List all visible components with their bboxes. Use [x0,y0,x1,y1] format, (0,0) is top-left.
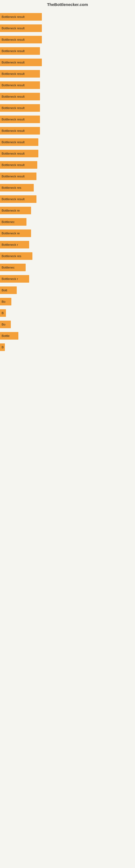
bar-row: Bottleneck result [0,80,135,91]
bar-row: Bottleneck result [0,114,135,125]
bottleneck-bar[interactable]: Bottleneck re [0,207,31,214]
bottleneck-bar[interactable]: Bottlenec [0,218,27,226]
bars-container: Bottleneck resultBottleneck resultBottle… [0,8,135,353]
bottleneck-bar[interactable]: B [0,343,5,351]
bottleneck-bar[interactable]: Bottlenec [0,264,26,271]
bottleneck-bar[interactable]: Bottleneck result [0,82,40,89]
bottleneck-bar[interactable]: Bottle [0,332,18,340]
bar-row: Bottleneck result [0,23,135,34]
bottleneck-bar[interactable]: Bo [0,298,11,305]
bottleneck-bar[interactable]: Bottleneck result [0,47,40,55]
bar-row: Bottleneck re [0,227,135,239]
bar-row: Bo [0,296,135,307]
bar-row: Bottleneck result [0,170,135,182]
bar-row: Bottleneck res [0,250,135,262]
bar-row: Bo [0,319,135,330]
bar-row: Bottleneck result [0,102,135,114]
bottleneck-bar[interactable]: Bo [0,321,11,328]
bar-row: B [0,341,135,353]
bar-row: Bottleneck result [0,68,135,80]
bottleneck-bar[interactable]: Bottleneck re [0,229,31,237]
bar-row: Bottleneck res [0,182,135,193]
bottleneck-bar[interactable]: Bottleneck r [0,241,29,248]
bar-row: Bottleneck result [0,136,135,148]
bar-row: Bottlenec [0,262,135,273]
bar-row: Bottleneck result [0,148,135,159]
bar-row: Bottleneck result [0,34,135,45]
bottleneck-bar[interactable]: Bottleneck res [0,184,34,191]
bar-row: Bottleneck result [0,57,135,68]
bar-row: B [0,307,135,319]
bottleneck-bar[interactable]: Bottleneck result [0,161,37,169]
bottleneck-bar[interactable]: Bottleneck result [0,150,38,157]
bar-row: Bottleneck result [0,125,135,136]
bottleneck-bar[interactable]: Bottleneck result [0,104,40,112]
bottleneck-bar[interactable]: Bottleneck result [0,127,40,134]
bar-row: Bottleneck result [0,193,135,205]
bottleneck-bar[interactable]: Bottleneck r [0,275,29,283]
bar-row: Bottle [0,330,135,341]
site-header: TheBottlenecker.com [0,0,135,8]
bottleneck-bar[interactable]: Bottleneck result [0,138,38,146]
header-title: TheBottlenecker.com [47,2,88,7]
bottleneck-bar[interactable]: Bottleneck result [0,93,40,100]
bottleneck-bar[interactable]: Bottleneck result [0,36,42,43]
bar-row: Bottleneck r [0,239,135,250]
bottleneck-bar[interactable]: Bottleneck result [0,173,37,180]
bottleneck-bar[interactable]: Bottleneck result [0,195,37,203]
bottleneck-bar[interactable]: Bottleneck result [0,116,40,123]
bar-row: Bottleneck result [0,159,135,170]
bar-row: Bottleneck r [0,273,135,284]
bar-row: Bottleneck re [0,205,135,216]
bottleneck-bar[interactable]: Bottleneck result [0,24,42,32]
bottleneck-bar[interactable]: Bottleneck result [0,70,40,78]
bottleneck-bar[interactable]: Bottleneck res [0,252,32,260]
bottleneck-bar[interactable]: Bott [0,286,17,294]
bar-row: Bott [0,284,135,296]
bottleneck-bar[interactable]: Bottleneck result [0,13,42,21]
bar-row: Bottlenec [0,216,135,227]
bar-row: Bottleneck result [0,45,135,57]
bottleneck-bar[interactable]: Bottleneck result [0,59,42,66]
bar-row: Bottleneck result [0,11,135,23]
bar-row: Bottleneck result [0,91,135,102]
bottleneck-bar[interactable]: B [0,309,6,317]
